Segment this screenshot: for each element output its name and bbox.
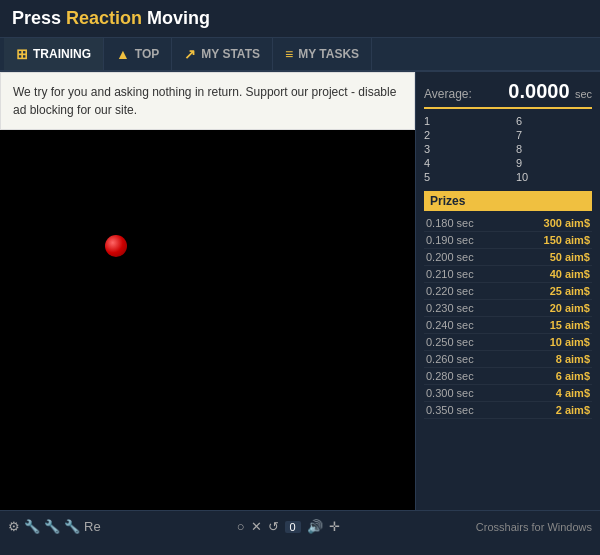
nav-training-label: TRAINING <box>33 47 91 61</box>
scores-grid: 1 6 2 7 3 8 4 9 5 10 <box>424 115 592 183</box>
footer-center-controls: ○ ✕ ↺ 0 🔊 ✛ <box>237 519 340 534</box>
red-ball <box>105 235 127 257</box>
prize-row: 0.210 sec40 aim$ <box>424 266 592 283</box>
prize-time: 0.260 sec <box>426 353 474 365</box>
score-val-5: 10 <box>516 171 592 183</box>
prize-row: 0.190 sec150 aim$ <box>424 232 592 249</box>
re-button[interactable]: Re <box>84 519 101 534</box>
left-panel: We try for you and asking nothing in ret… <box>0 72 415 510</box>
tool-icon-3[interactable]: 🔧 <box>44 519 60 534</box>
crosshair-icon[interactable]: ✛ <box>329 519 340 534</box>
score-val-1: 6 <box>516 115 592 127</box>
title-reaction: Reaction <box>66 8 142 28</box>
prize-reward: 40 aim$ <box>550 268 590 280</box>
nav-my-tasks[interactable]: ≡ MY TASKS <box>273 38 372 70</box>
header: Press Reaction Moving <box>0 0 600 38</box>
nav-top-label: TOP <box>135 47 159 61</box>
prize-row: 0.220 sec25 aim$ <box>424 283 592 300</box>
score-rank-4: 4 <box>424 157 500 169</box>
page-title: Press Reaction Moving <box>12 8 588 29</box>
prize-reward: 300 aim$ <box>544 217 590 229</box>
main-content: We try for you and asking nothing in ret… <box>0 72 600 510</box>
prizes-list: 0.180 sec300 aim$0.190 sec150 aim$0.200 … <box>424 215 592 419</box>
prize-time: 0.190 sec <box>426 234 474 246</box>
prize-reward: 8 aim$ <box>556 353 590 365</box>
top-icon: ▲ <box>116 46 130 62</box>
prize-reward: 4 aim$ <box>556 387 590 399</box>
ad-notice: We try for you and asking nothing in ret… <box>0 72 415 130</box>
footer-brand: Crosshairs for Windows <box>476 521 592 533</box>
sound-icon[interactable]: 🔊 <box>307 519 323 534</box>
navbar: ⊞ TRAINING ▲ TOP ↗ MY STATS ≡ MY TASKS <box>0 38 600 72</box>
average-unit: sec <box>575 88 592 100</box>
tool-icon-2[interactable]: 🔧 <box>24 519 40 534</box>
score-rank-3: 3 <box>424 143 500 155</box>
tasks-icon: ≡ <box>285 46 293 62</box>
prize-time: 0.230 sec <box>426 302 474 314</box>
score-rank-5: 5 <box>424 171 500 183</box>
tool-icon-1[interactable]: ⚙ <box>8 519 20 534</box>
close-icon[interactable]: ✕ <box>251 519 262 534</box>
prize-row: 0.260 sec8 aim$ <box>424 351 592 368</box>
nav-top[interactable]: ▲ TOP <box>104 38 172 70</box>
footer: ⚙ 🔧 🔧 🔧 Re ○ ✕ ↺ 0 🔊 ✛ Crosshairs for Wi… <box>0 510 600 542</box>
prize-row: 0.300 sec4 aim$ <box>424 385 592 402</box>
prize-time: 0.280 sec <box>426 370 474 382</box>
stats-icon: ↗ <box>184 46 196 62</box>
nav-stats-label: MY STATS <box>201 47 260 61</box>
score-val-4: 9 <box>516 157 592 169</box>
average-divider <box>424 107 592 109</box>
score-rank-2: 2 <box>424 129 500 141</box>
nav-tasks-label: MY TASKS <box>298 47 359 61</box>
prize-row: 0.240 sec15 aim$ <box>424 317 592 334</box>
prize-time: 0.180 sec <box>426 217 474 229</box>
ad-notice-text: We try for you and asking nothing in ret… <box>13 85 396 117</box>
prize-reward: 2 aim$ <box>556 404 590 416</box>
prize-row: 0.200 sec50 aim$ <box>424 249 592 266</box>
prize-reward: 150 aim$ <box>544 234 590 246</box>
score-counter: 0 <box>285 521 301 533</box>
average-value: 0.0000 <box>508 80 569 102</box>
nav-my-stats[interactable]: ↗ MY STATS <box>172 38 273 70</box>
game-canvas[interactable] <box>0 130 415 510</box>
prize-row: 0.250 sec10 aim$ <box>424 334 592 351</box>
prize-reward: 20 aim$ <box>550 302 590 314</box>
prize-time: 0.350 sec <box>426 404 474 416</box>
prize-reward: 6 aim$ <box>556 370 590 382</box>
prize-time: 0.240 sec <box>426 319 474 331</box>
prize-reward: 25 aim$ <box>550 285 590 297</box>
score-val-3: 8 <box>516 143 592 155</box>
prizes-header: Prizes <box>424 191 592 211</box>
score-rank-1: 1 <box>424 115 500 127</box>
footer-tools: ⚙ 🔧 🔧 🔧 Re <box>8 519 101 534</box>
right-panel: Average: 0.0000 sec 1 6 2 7 3 8 4 9 5 10… <box>415 72 600 510</box>
average-label: Average: <box>424 87 472 101</box>
prize-row: 0.280 sec6 aim$ <box>424 368 592 385</box>
training-icon: ⊞ <box>16 46 28 62</box>
prize-reward: 50 aim$ <box>550 251 590 263</box>
prize-time: 0.210 sec <box>426 268 474 280</box>
prize-reward: 10 aim$ <box>550 336 590 348</box>
nav-training[interactable]: ⊞ TRAINING <box>4 38 104 70</box>
score-val-2: 7 <box>516 129 592 141</box>
prize-row: 0.350 sec2 aim$ <box>424 402 592 419</box>
prize-reward: 15 aim$ <box>550 319 590 331</box>
prize-time: 0.300 sec <box>426 387 474 399</box>
prize-row: 0.180 sec300 aim$ <box>424 215 592 232</box>
prize-row: 0.230 sec20 aim$ <box>424 300 592 317</box>
circle-icon[interactable]: ○ <box>237 519 245 534</box>
tool-icon-4[interactable]: 🔧 <box>64 519 80 534</box>
average-row: Average: 0.0000 sec <box>424 80 592 103</box>
title-press: Press <box>12 8 66 28</box>
prize-time: 0.220 sec <box>426 285 474 297</box>
prize-time: 0.200 sec <box>426 251 474 263</box>
title-moving: Moving <box>142 8 210 28</box>
prize-time: 0.250 sec <box>426 336 474 348</box>
refresh-icon[interactable]: ↺ <box>268 519 279 534</box>
